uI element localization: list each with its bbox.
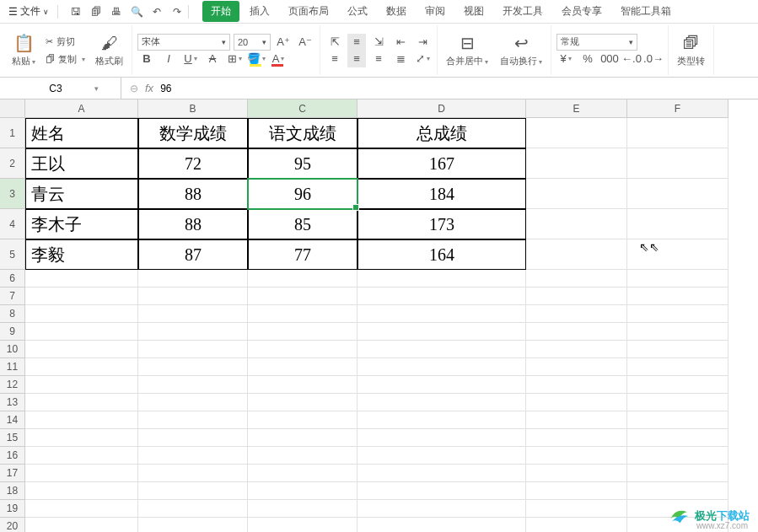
cell-A2[interactable]: 王以 bbox=[25, 148, 138, 179]
cell-D8[interactable] bbox=[357, 305, 526, 323]
font-name-select[interactable]: 宋体▾ bbox=[137, 34, 230, 51]
cell-A18[interactable] bbox=[25, 482, 138, 500]
cell-A11[interactable] bbox=[25, 358, 138, 376]
redo-icon[interactable]: ↷ bbox=[169, 4, 185, 19]
cell-C8[interactable] bbox=[248, 305, 357, 323]
cell-F17[interactable] bbox=[627, 465, 728, 482]
fill-color-button[interactable]: 🪣 bbox=[247, 51, 266, 67]
tab-smart-tools[interactable]: 智能工具箱 bbox=[612, 1, 680, 22]
cell-D10[interactable] bbox=[357, 341, 526, 358]
cell-B14[interactable] bbox=[138, 411, 248, 429]
italic-button[interactable]: I bbox=[159, 51, 178, 67]
row-header-8[interactable]: 8 bbox=[0, 305, 25, 323]
cell-E7[interactable] bbox=[526, 287, 627, 305]
row-header-14[interactable]: 14 bbox=[0, 411, 25, 429]
cell-C18[interactable] bbox=[248, 482, 357, 500]
cell-A20[interactable] bbox=[25, 518, 138, 532]
decrease-indent-button[interactable]: ⇤ bbox=[391, 34, 410, 51]
cell-E11[interactable] bbox=[526, 358, 627, 376]
increase-font-button[interactable]: A⁺ bbox=[274, 34, 293, 51]
cell-C4[interactable]: 85 bbox=[248, 209, 357, 239]
cell-C20[interactable] bbox=[248, 518, 357, 532]
cell-D2[interactable]: 167 bbox=[357, 148, 526, 179]
row-header-6[interactable]: 6 bbox=[0, 270, 25, 287]
cell-C12[interactable] bbox=[248, 376, 357, 394]
strikethrough-button[interactable]: A bbox=[203, 51, 222, 67]
cell-B4[interactable]: 88 bbox=[138, 209, 248, 239]
cell-D5[interactable]: 164 bbox=[357, 239, 526, 270]
cell-A8[interactable] bbox=[25, 305, 138, 323]
cell-E5[interactable] bbox=[526, 239, 627, 270]
tab-formula[interactable]: 公式 bbox=[339, 1, 376, 22]
cell-C6[interactable] bbox=[248, 270, 357, 287]
cell-C13[interactable] bbox=[248, 394, 357, 411]
align-bottom-button[interactable]: ⇲ bbox=[369, 34, 388, 51]
currency-button[interactable]: ¥ bbox=[556, 51, 575, 67]
cell-C14[interactable] bbox=[248, 411, 357, 429]
cell-F11[interactable] bbox=[627, 358, 728, 376]
cell-B3[interactable]: 88 bbox=[138, 179, 248, 209]
cell-C10[interactable] bbox=[248, 341, 357, 358]
cell-E13[interactable] bbox=[526, 394, 627, 411]
row-header-5[interactable]: 5 bbox=[0, 239, 25, 270]
tab-insert[interactable]: 插入 bbox=[241, 1, 278, 22]
cell-B7[interactable] bbox=[138, 287, 248, 305]
cell-B1[interactable]: 数学成绩 bbox=[138, 118, 248, 148]
row-header-7[interactable]: 7 bbox=[0, 287, 25, 305]
cell-E14[interactable] bbox=[526, 411, 627, 429]
cell-A13[interactable] bbox=[25, 394, 138, 411]
row-header-3[interactable]: 3 bbox=[0, 179, 25, 209]
row-header-15[interactable]: 15 bbox=[0, 429, 25, 447]
cell-D18[interactable] bbox=[357, 482, 526, 500]
fx-icon[interactable]: fx bbox=[145, 82, 153, 94]
chevron-down-icon[interactable]: ▾ bbox=[94, 84, 99, 93]
increase-decimal-button[interactable]: ←.0 bbox=[622, 51, 641, 67]
cell-A17[interactable] bbox=[25, 465, 138, 482]
cell-E9[interactable] bbox=[526, 323, 627, 341]
cell-D12[interactable] bbox=[357, 376, 526, 394]
cell-B6[interactable] bbox=[138, 270, 248, 287]
border-button[interactable]: ⊞ bbox=[225, 51, 244, 67]
cell-F9[interactable] bbox=[627, 323, 728, 341]
cell-A16[interactable] bbox=[25, 447, 138, 465]
cell-E19[interactable] bbox=[526, 500, 627, 518]
row-header-12[interactable]: 12 bbox=[0, 376, 25, 394]
cell-E8[interactable] bbox=[526, 305, 627, 323]
wrap-text-button[interactable]: ↩ 自动换行 bbox=[497, 31, 546, 69]
cell-D14[interactable] bbox=[357, 411, 526, 429]
name-box[interactable]: ▾ bbox=[0, 78, 121, 99]
cell-D6[interactable] bbox=[357, 270, 526, 287]
bold-button[interactable]: B bbox=[137, 51, 156, 67]
cell-B2[interactable]: 72 bbox=[138, 148, 248, 179]
underline-button[interactable]: U bbox=[181, 51, 200, 67]
cell-E2[interactable] bbox=[526, 148, 627, 179]
cell-F8[interactable] bbox=[627, 305, 728, 323]
tab-review[interactable]: 审阅 bbox=[417, 1, 454, 22]
select-all-corner[interactable] bbox=[0, 99, 25, 118]
cell-F16[interactable] bbox=[627, 447, 728, 465]
cell-B5[interactable]: 87 bbox=[138, 239, 248, 270]
decrease-decimal-button[interactable]: .0→ bbox=[644, 51, 663, 67]
cut-button[interactable]: ✂ 剪切 bbox=[42, 34, 89, 50]
cell-C1[interactable]: 语文成绩 bbox=[248, 118, 357, 148]
justify-button[interactable]: ≣ bbox=[391, 51, 410, 67]
row-header-1[interactable]: 1 bbox=[0, 118, 25, 148]
cell-B13[interactable] bbox=[138, 394, 248, 411]
cell-E15[interactable] bbox=[526, 429, 627, 447]
cell-C11[interactable] bbox=[248, 358, 357, 376]
cell-D9[interactable] bbox=[357, 323, 526, 341]
cell-D11[interactable] bbox=[357, 358, 526, 376]
row-header-13[interactable]: 13 bbox=[0, 394, 25, 411]
cell-A4[interactable]: 李木子 bbox=[25, 209, 138, 239]
cancel-icon[interactable]: ⊖ bbox=[130, 83, 138, 94]
percent-button[interactable]: % bbox=[578, 51, 597, 67]
cell-B10[interactable] bbox=[138, 341, 248, 358]
tab-vip[interactable]: 会员专享 bbox=[553, 1, 610, 22]
align-right-button[interactable]: ≡ bbox=[369, 51, 388, 67]
cell-A10[interactable] bbox=[25, 341, 138, 358]
cell-B16[interactable] bbox=[138, 447, 248, 465]
cell-C19[interactable] bbox=[248, 500, 357, 518]
cell-D13[interactable] bbox=[357, 394, 526, 411]
row-header-19[interactable]: 19 bbox=[0, 500, 25, 518]
cell-A9[interactable] bbox=[25, 323, 138, 341]
